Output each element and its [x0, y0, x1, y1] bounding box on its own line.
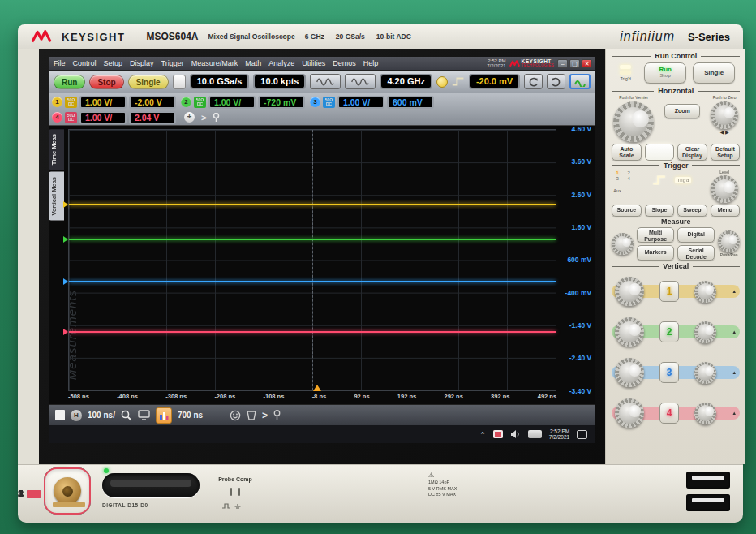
- remote-app-tray-icon[interactable]: [493, 430, 503, 438]
- vertical-scale-knob[interactable]: [615, 277, 644, 306]
- pin-icon[interactable]: [273, 410, 281, 420]
- marker-knob[interactable]: [718, 230, 740, 252]
- channel-scale-box[interactable]: 1.00 V/: [79, 111, 127, 124]
- trigger-button[interactable]: Source: [612, 205, 642, 217]
- menu-item[interactable]: File: [54, 59, 66, 67]
- side-tab[interactable]: Vertical Meas: [49, 172, 64, 221]
- coupling-badge[interactable]: 50ΩDC: [194, 97, 206, 108]
- channel-offset-box[interactable]: -720 mV: [258, 96, 305, 109]
- measure-button[interactable]: Multi Purpose: [637, 227, 674, 243]
- zoom-button[interactable]: Zoom: [664, 104, 700, 118]
- channel-number-badge[interactable]: 4: [52, 112, 62, 123]
- menu-item[interactable]: Math: [245, 59, 261, 67]
- waveform-mode-button[interactable]: [310, 74, 341, 89]
- horizontal-position-knob[interactable]: [711, 101, 738, 129]
- undo-button[interactable]: [524, 74, 543, 89]
- side-tab[interactable]: Time Meas: [49, 129, 64, 170]
- channel-scale-box[interactable]: 1.00 V/: [208, 96, 256, 109]
- channel-on-off-button[interactable]: 1: [659, 281, 679, 302]
- channel-offset-box[interactable]: -2.00 V: [129, 96, 176, 109]
- vertical-scale-knob[interactable]: [615, 398, 644, 428]
- trigger-level-knob[interactable]: [711, 175, 738, 203]
- memory-depth-box[interactable]: 10.0 kpts: [253, 74, 306, 89]
- channel-on-off-button[interactable]: 2: [659, 321, 679, 342]
- clear-tool-button[interactable]: [247, 410, 256, 420]
- histogram-tool-button[interactable]: [156, 407, 172, 424]
- keyboard-tray-icon[interactable]: [528, 430, 542, 438]
- channel-on-off-button[interactable]: 3: [659, 362, 679, 383]
- blank-lit-button[interactable]: [173, 75, 186, 89]
- run-button[interactable]: Run: [54, 75, 85, 89]
- coupling-badge[interactable]: 50ΩDC: [323, 97, 335, 108]
- vertical-offset-knob[interactable]: [694, 362, 716, 384]
- menu-item[interactable]: Utilities: [302, 59, 325, 67]
- maximize-button[interactable]: ▢: [569, 59, 580, 68]
- waveform-mode-button-2[interactable]: [345, 74, 376, 89]
- menu-item[interactable]: Help: [363, 59, 379, 67]
- menu-item[interactable]: Measure/Mark: [191, 59, 238, 67]
- coupling-badge[interactable]: 50ΩDC: [65, 112, 77, 123]
- speaker-icon[interactable]: [510, 429, 521, 439]
- cursor-knob[interactable]: [612, 233, 634, 255]
- trigger-time-marker[interactable]: [313, 385, 321, 391]
- horizontal-scale-value[interactable]: 100 ns/: [88, 411, 115, 420]
- trigger-button[interactable]: Slope: [645, 205, 675, 217]
- expand-arrow-icon[interactable]: >: [201, 113, 206, 123]
- sample-rate-box[interactable]: 10.0 GSa/s: [190, 74, 250, 89]
- emoticon-button[interactable]: [230, 410, 241, 421]
- vertical-channel-row: 4 ▲: [612, 393, 740, 433]
- bandwidth-box[interactable]: 4.20 GHz: [380, 74, 432, 89]
- touch-button[interactable]: [569, 74, 591, 89]
- measure-button[interactable]: Digital: [677, 227, 715, 243]
- measure-button[interactable]: Serial Decode: [677, 245, 715, 261]
- horizontal-button[interactable]: Default Setup: [711, 144, 741, 161]
- channel-number-badge[interactable]: 1: [52, 97, 62, 107]
- menu-item[interactable]: Demos: [333, 59, 356, 67]
- trigger-button[interactable]: Menu: [711, 205, 741, 217]
- channel-scale-box[interactable]: 1.00 V/: [337, 96, 384, 109]
- zoom-search-button[interactable]: [121, 410, 132, 421]
- vertical-scale-knob[interactable]: [615, 317, 644, 347]
- stop-button[interactable]: Stop: [89, 75, 123, 89]
- redo-button[interactable]: [547, 74, 565, 89]
- channel-scale-box[interactable]: 1.00 V/: [79, 96, 127, 109]
- range-value[interactable]: 700 ns: [178, 411, 203, 420]
- measure-button[interactable]: Markers: [637, 245, 674, 261]
- trigger-level-box[interactable]: -20.0 mV: [469, 74, 520, 89]
- notification-center-icon[interactable]: [577, 430, 587, 439]
- note-icon[interactable]: [55, 410, 65, 420]
- vertical-offset-knob[interactable]: [694, 321, 716, 343]
- trigger-source-indicator[interactable]: [436, 76, 448, 88]
- close-button[interactable]: ✕: [582, 59, 592, 68]
- tray-clock[interactable]: 2:52 PM 7/2/2021: [549, 428, 569, 441]
- horizontal-scale-knob[interactable]: [613, 101, 654, 142]
- single-button-hw[interactable]: Single: [693, 62, 735, 84]
- channel-on-off-button[interactable]: 4: [659, 403, 679, 424]
- menu-item[interactable]: Analyze: [268, 59, 294, 67]
- horizontal-button[interactable]: Clear Display: [677, 144, 707, 161]
- pin-icon[interactable]: [213, 113, 220, 123]
- coupling-badge[interactable]: 50ΩDC: [65, 97, 77, 108]
- channel-number-badge[interactable]: 3: [310, 97, 320, 107]
- single-button[interactable]: Single: [128, 75, 169, 89]
- horizontal-button[interactable]: [645, 144, 675, 161]
- menu-item[interactable]: Setup: [104, 59, 123, 67]
- run-stop-button[interactable]: Run Stop: [644, 62, 686, 84]
- time-label: -208 ns: [214, 394, 235, 403]
- minimize-button[interactable]: –: [557, 59, 568, 68]
- vertical-offset-knob[interactable]: [694, 403, 716, 424]
- menu-item[interactable]: Control: [73, 59, 97, 67]
- display-settings-button[interactable]: [138, 410, 150, 420]
- add-icon[interactable]: +: [184, 112, 195, 123]
- vertical-scale-knob[interactable]: [615, 358, 644, 387]
- vertical-offset-knob[interactable]: [694, 281, 716, 303]
- horizontal-button[interactable]: Auto Scale: [612, 144, 642, 161]
- channel-offset-box[interactable]: 600 mV: [387, 96, 434, 109]
- menu-item[interactable]: Display: [130, 59, 154, 67]
- trigger-button[interactable]: Sweep: [677, 205, 707, 217]
- menu-item[interactable]: Trigger: [161, 59, 184, 67]
- channel-number-badge[interactable]: 2: [181, 97, 191, 107]
- tray-chevron-icon[interactable]: ⌃: [479, 431, 486, 439]
- expand-arrow-icon[interactable]: >: [262, 410, 268, 421]
- channel-offset-box[interactable]: 2.04 V: [129, 111, 176, 124]
